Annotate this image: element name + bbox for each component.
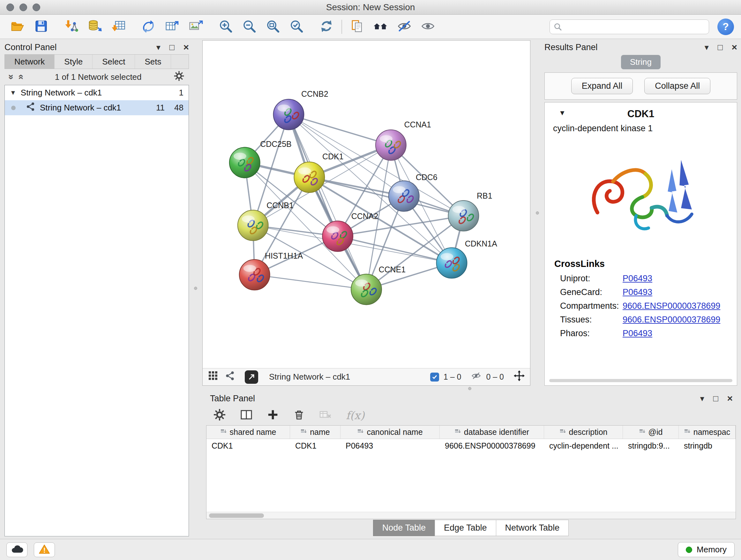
panel-close-icon[interactable]: × xyxy=(183,43,189,52)
edge-CCNB2-CCNE1[interactable] xyxy=(288,115,366,290)
import-network-database-button[interactable] xyxy=(85,17,104,36)
node-CDKN1A[interactable]: CDKN1A xyxy=(436,239,497,278)
selected-checkbox-icon[interactable] xyxy=(430,373,439,381)
disclosure-triangle-icon[interactable]: ▼ xyxy=(10,89,16,97)
column-header-name[interactable]: name xyxy=(290,426,340,439)
new-table-button[interactable] xyxy=(163,17,181,36)
left-splitter[interactable] xyxy=(189,40,202,537)
node-CCNA1[interactable]: CCNA1 xyxy=(376,120,431,160)
crosslink-link[interactable]: P06493 xyxy=(623,287,652,297)
add-column-icon[interactable] xyxy=(267,409,279,422)
tab-string[interactable]: String xyxy=(621,55,661,69)
node-RB1[interactable]: RB1 xyxy=(448,191,492,231)
crosslink-link[interactable]: 9606.ENSP00000378699 xyxy=(623,301,720,311)
network-options-gear-icon[interactable] xyxy=(174,71,185,84)
memory-button[interactable]: Memory xyxy=(678,542,735,557)
help-button[interactable]: ? xyxy=(718,18,734,35)
grid-view-icon[interactable] xyxy=(208,370,219,383)
node-HIST1H1A[interactable]: HIST1H1A xyxy=(239,251,303,290)
expand-all-icon[interactable]: » xyxy=(15,74,25,80)
hide-elements-button[interactable] xyxy=(395,17,414,36)
panel-float-icon[interactable]: □ xyxy=(718,43,723,51)
birds-eye-view-button[interactable] xyxy=(372,17,390,36)
close-window-button[interactable] xyxy=(6,3,14,11)
zoom-fit-button[interactable] xyxy=(264,17,282,36)
crosslink-link[interactable]: P06493 xyxy=(623,328,652,338)
pan-crosshair-icon[interactable] xyxy=(514,370,525,384)
expand-all-button[interactable]: Expand All xyxy=(571,78,633,94)
edge-CCNB2-CCNA1[interactable] xyxy=(288,115,391,145)
minimize-window-button[interactable] xyxy=(19,3,27,11)
hidden-eye-slash-icon[interactable] xyxy=(471,371,482,383)
show-elements-button[interactable] xyxy=(419,17,437,36)
table-cell[interactable]: P06493 xyxy=(340,439,440,452)
zoom-selected-button[interactable] xyxy=(287,17,306,36)
copy-document-button[interactable] xyxy=(348,17,366,36)
panel-menu-icon[interactable]: ▾ xyxy=(704,43,709,51)
scrollbar-thumb[interactable] xyxy=(209,513,264,518)
table-cell[interactable]: 9606.ENSP00000378699 xyxy=(440,439,544,452)
save-session-button[interactable] xyxy=(32,17,51,36)
panel-float-icon[interactable]: □ xyxy=(170,43,175,51)
table-cell[interactable]: CDK1 xyxy=(290,439,340,452)
column-header-database-identifier[interactable]: database identifier xyxy=(440,426,544,439)
zoom-out-button[interactable] xyxy=(240,17,259,36)
open-in-new-button[interactable] xyxy=(245,370,258,384)
search-input[interactable] xyxy=(549,19,709,34)
panel-float-icon[interactable]: □ xyxy=(713,394,718,402)
network-canvas[interactable]: CCNB2CCNA1CDC25BCDK1CDC6RB1CCNB1CCNA2CDK… xyxy=(203,41,530,368)
tab-edge-table[interactable]: Edge Table xyxy=(434,520,496,536)
show-columns-icon[interactable] xyxy=(240,408,253,422)
table-settings-gear-icon[interactable] xyxy=(213,408,226,422)
import-network-file-button[interactable] xyxy=(62,17,80,36)
column-header-shared-name[interactable]: shared name xyxy=(206,426,290,439)
panel-close-icon[interactable]: × xyxy=(727,394,733,403)
export-image-button[interactable] xyxy=(186,17,205,36)
warnings-button[interactable] xyxy=(34,543,55,557)
column-header-description[interactable]: description xyxy=(544,426,623,439)
table-horizontal-scrollbar[interactable] xyxy=(206,512,736,519)
node-CCNE1[interactable]: CCNE1 xyxy=(351,265,406,305)
network-row[interactable]: String Network – cdk1 11 48 xyxy=(5,100,189,115)
tab-sets[interactable]: Sets xyxy=(135,55,171,69)
node-CDC6[interactable]: CDC6 xyxy=(389,173,437,211)
edge-CDK1-RB1[interactable] xyxy=(309,177,463,216)
crosslink-link[interactable]: 9606.ENSP00000378699 xyxy=(623,315,720,325)
refresh-layout-button[interactable] xyxy=(317,17,336,36)
column-header-canonical-name[interactable]: canonical name xyxy=(340,426,440,439)
table-cell[interactable]: stringdb xyxy=(679,439,736,452)
zoom-in-button[interactable] xyxy=(216,17,235,36)
table-row[interactable]: CDK1CDK1P064939606.ENSP00000378699cyclin… xyxy=(206,439,736,452)
panel-menu-icon[interactable]: ▾ xyxy=(156,43,160,51)
clear-table-icon[interactable] xyxy=(319,408,332,422)
share-view-icon[interactable] xyxy=(225,371,235,383)
gene-section-header[interactable]: ▼ CDK1 xyxy=(545,103,737,123)
panel-menu-icon[interactable]: ▾ xyxy=(700,394,704,402)
open-session-button[interactable] xyxy=(8,17,27,36)
tab-network-table[interactable]: Network Table xyxy=(496,520,569,536)
results-scrollbar[interactable] xyxy=(549,379,732,382)
import-table-button[interactable] xyxy=(109,17,128,36)
function-builder-button[interactable]: f(x) xyxy=(346,409,364,422)
node-CDK1[interactable]: CDK1 xyxy=(294,152,343,192)
table-cell[interactable]: CDK1 xyxy=(206,439,290,452)
zoom-window-button[interactable] xyxy=(32,3,40,11)
bottom-splitter[interactable] xyxy=(202,386,737,391)
column-header-namespac[interactable]: namespac xyxy=(679,426,736,439)
edge-CCNA2-CDKN1A[interactable] xyxy=(338,236,452,263)
crosslink-link[interactable]: P06493 xyxy=(623,273,652,284)
delete-column-trash-icon[interactable] xyxy=(293,409,305,422)
tab-node-table[interactable]: Node Table xyxy=(373,520,435,536)
network-collection-row[interactable]: ▼ String Network – cdk1 1 xyxy=(5,85,189,100)
column-header-@id[interactable]: @id xyxy=(623,426,679,439)
table-cell[interactable]: stringdb:9... xyxy=(623,439,679,452)
edge-CCNE1-HIST1H1A[interactable] xyxy=(255,275,366,290)
collapse-all-button[interactable]: Collapse All xyxy=(644,78,711,94)
new-network-button[interactable] xyxy=(139,17,158,36)
cloud-status-button[interactable] xyxy=(6,543,27,557)
tab-network[interactable]: Network xyxy=(5,55,55,69)
panel-close-icon[interactable]: × xyxy=(731,43,737,52)
disclosure-triangle-icon[interactable]: ▼ xyxy=(559,109,566,117)
tab-style[interactable]: Style xyxy=(55,55,92,69)
tab-select[interactable]: Select xyxy=(92,55,135,69)
